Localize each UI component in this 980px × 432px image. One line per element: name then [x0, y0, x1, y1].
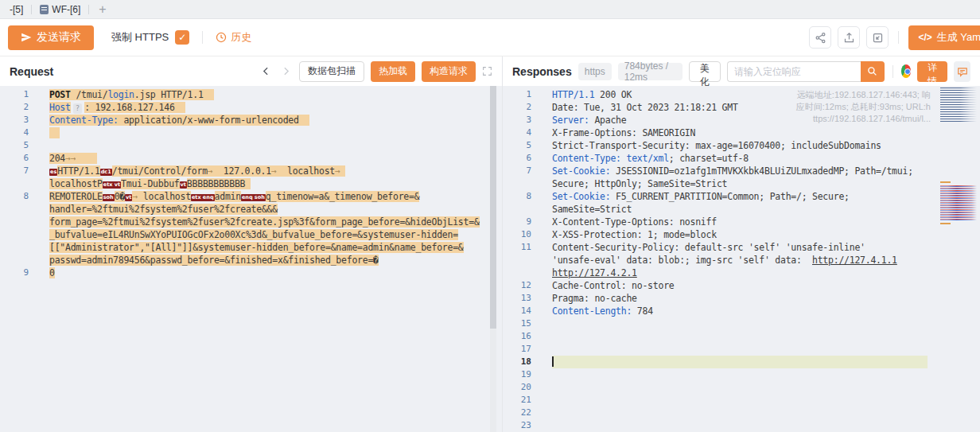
import-button[interactable]	[866, 26, 889, 49]
editor-line[interactable]: 2Host?: 192.168.127.146	[0, 101, 502, 114]
editor-line[interactable]: 23	[503, 419, 980, 432]
magnifier-icon	[867, 66, 877, 76]
editor-line[interactable]: 13Pragma: no-cache	[503, 292, 980, 305]
toolbar-right: </> 生成 Yaml	[809, 25, 980, 50]
tab-item-5[interactable]: -[5]	[2, 0, 31, 19]
editor-line[interactable]: 3Server: Apache	[503, 114, 980, 126]
line-number	[0, 228, 29, 241]
editor-line[interactable]: 1HTTP/1.1 200 OK	[503, 88, 980, 101]
editor-line[interactable]: http://127.4.2.1	[503, 267, 980, 279]
editor-line[interactable]: 16	[503, 330, 980, 343]
editor-line[interactable]: 7esHTTP/1.1dc1/tmui/Control/form→ 127.0.…	[0, 165, 502, 177]
editor-line[interactable]: 4X-Frame-Options: SAMEORIGIN	[503, 126, 980, 139]
editor-line[interactable]: 9X-Content-Type-Options: nosniff	[503, 216, 980, 228]
history-label: 历史	[231, 30, 251, 45]
fullscreen-icon[interactable]	[482, 66, 492, 76]
response-editor[interactable]: 1HTTP/1.1 200 OK2Date: Tue, 31 Oct 2023 …	[503, 86, 980, 432]
code-segment: _bufvalue=eIL4RUnSwXYoPUIOGcOFx2o00Xc%3d…	[49, 229, 458, 240]
editor-line[interactable]: 1POST /tmui/login.jsp HTTP/1.1	[0, 88, 502, 101]
editor-line[interactable]: 21	[503, 394, 980, 407]
minimap[interactable]	[940, 88, 977, 426]
editor-line[interactable]: 90	[0, 267, 502, 279]
beautify-button[interactable]: 美化	[689, 61, 721, 82]
line-number: 21	[503, 394, 531, 407]
export-button[interactable]	[838, 26, 860, 49]
editor-line[interactable]: 12Cache-Control: no-store	[503, 279, 980, 292]
editor-line[interactable]: 18	[503, 356, 980, 368]
editor-line[interactable]: [["Administrator","[All]"]]&systemuser-h…	[0, 241, 502, 254]
add-tab-button[interactable]: +	[89, 2, 115, 17]
packet-scan-button[interactable]: 数据包扫描	[299, 61, 364, 82]
line-number: 17	[503, 343, 531, 356]
send-request-button[interactable]: 发送请求	[8, 25, 94, 50]
line-content: Set-Cookie: F5_CURRENT_PARTITION=Common;…	[552, 190, 928, 203]
editor-line[interactable]: 10X-XSS-Protection: 1; mode=block	[503, 228, 980, 241]
editor-line[interactable]: 8Set-Cookie: F5_CURRENT_PARTITION=Common…	[503, 190, 980, 203]
construct-request-button[interactable]: 构造请求	[422, 61, 476, 82]
prev-chevron-button[interactable]	[259, 66, 273, 76]
code-segment: q_timenow=a&_timenow_before=&	[266, 191, 420, 202]
editor-line[interactable]: _bufvalue=eIL4RUnSwXYoPUIOGcOFx2o00Xc%3d…	[0, 228, 502, 241]
line-number: 2	[503, 101, 531, 114]
editor-line[interactable]: 6204→→	[0, 152, 502, 165]
generate-yaml-button[interactable]: </> 生成 Yaml	[908, 25, 980, 50]
line-number: 18	[503, 356, 531, 368]
code-segment: Secure; HttpOnly; SameSite=Strict	[552, 178, 727, 189]
editor-line[interactable]: 'unsafe-eval' data: blob:; img-src 'self…	[503, 254, 980, 267]
line-number: 14	[503, 305, 531, 317]
history-button[interactable]: 历史	[216, 30, 251, 45]
editor-line[interactable]: 4	[0, 126, 502, 139]
editor-line[interactable]: 14Content-Length: 784	[503, 305, 980, 317]
editor-line[interactable]: SameSite=Strict	[503, 203, 980, 216]
request-header-actions: 数据包扫描 热加载 构造请求	[259, 61, 492, 82]
line-content	[552, 419, 928, 432]
line-number: 3	[503, 114, 531, 126]
tab-bar: -[5] WF-[6] +	[0, 0, 980, 19]
hot-reload-button[interactable]: 热加载	[371, 61, 415, 82]
editor-line[interactable]: 7Set-Cookie: JSESSIONID=oz1afg1mTMVKXkbk…	[503, 165, 980, 177]
editor-line[interactable]: 3Content-Type: application/x-www-form-ur…	[0, 114, 502, 126]
chrome-logo-icon[interactable]	[901, 64, 912, 78]
editor-line[interactable]: 20	[503, 381, 980, 394]
code-segment: Cache-Control: no-store	[552, 280, 675, 291]
code-segment: SameSite=Strict	[552, 204, 632, 215]
code-segment: POST	[49, 89, 71, 100]
editor-line[interactable]: 5	[0, 139, 502, 152]
editor-line[interactable]: 19	[503, 368, 980, 381]
code-segment: BBBBBBBBBBB	[187, 178, 251, 189]
editor-line[interactable]: 11Content-Security-Policy: default-src '…	[503, 241, 980, 254]
locate-response-search	[727, 61, 885, 82]
search-input[interactable]	[727, 61, 861, 82]
code-segment: 127.0.0.1	[213, 165, 271, 177]
editor-line[interactable]: handler=%2ftmui%2fsystem%2fuser%2fcreate…	[0, 203, 502, 216]
scrollbar-thumb[interactable]	[490, 86, 496, 329]
editor-line[interactable]: 6Content-Type: text/xml; charset=utf-8	[503, 152, 980, 165]
request-title: Request	[10, 65, 53, 78]
feedback-button[interactable]	[954, 61, 970, 82]
code-segment: Content-Type:	[552, 153, 621, 164]
editor-line[interactable]: 22	[503, 407, 980, 419]
request-editor[interactable]: 1POST /tmui/login.jsp HTTP/1.1 2Host?: 1…	[0, 86, 502, 432]
code-segment: Server:	[552, 115, 589, 126]
force-https-checkbox[interactable]	[175, 30, 189, 45]
line-content: Date: Tue, 31 Oct 2023 21:18:21 GMT	[552, 101, 928, 114]
editor-line[interactable]: localhostPetx vtTmui-DubbufvtBBBBBBBBBBB	[0, 177, 502, 190]
editor-line[interactable]: 17	[503, 343, 980, 356]
next-chevron-button[interactable]	[279, 66, 293, 76]
editor-line[interactable]: 5Strict-Transport-Security: max-age=1607…	[503, 139, 980, 152]
send-request-label: 发送请求	[37, 30, 81, 45]
editor-line[interactable]: 8REMOTEROLEsoh0�vt→ localhostetx enqadmi…	[0, 190, 502, 203]
editor-line[interactable]: 2Date: Tue, 31 Oct 2023 21:18:21 GMT	[503, 101, 980, 114]
editor-line[interactable]: form_page=%2ftmui%2fsystem%2fuser%2fcrea…	[0, 216, 502, 228]
line-content: Set-Cookie: JSESSIONID=oz1afg1mTMVKXkbk4…	[552, 165, 928, 177]
editor-line[interactable]: 15	[503, 317, 980, 330]
code-segment: 200 OK	[594, 89, 632, 100]
line-number: 12	[503, 279, 531, 292]
tab-item-wf-6[interactable]: WF-[6]	[32, 0, 88, 19]
search-button[interactable]	[861, 61, 885, 82]
edit-import-icon	[872, 32, 884, 44]
editor-line[interactable]: Secure; HttpOnly; SameSite=Strict	[503, 177, 980, 190]
share-button[interactable]	[809, 26, 831, 49]
editor-line[interactable]: passwd=admin789456&passwd_before=&finish…	[0, 254, 502, 267]
details-button[interactable]: 详情	[917, 61, 947, 82]
